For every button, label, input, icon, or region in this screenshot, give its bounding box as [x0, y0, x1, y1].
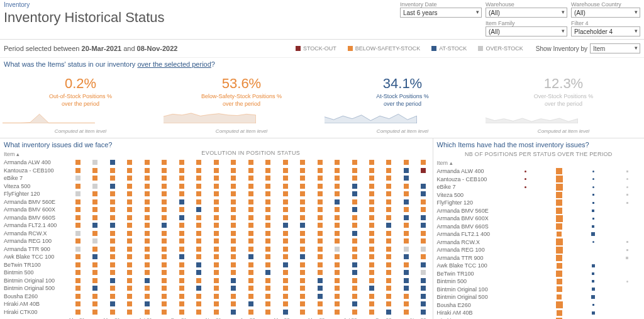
position-cell[interactable]	[576, 301, 610, 308]
evolution-cell[interactable]	[352, 254, 357, 259]
item-name[interactable]: Armanda ALW 400	[0, 159, 69, 165]
evolution-cell[interactable]	[335, 301, 340, 306]
evolution-cell[interactable]	[318, 247, 323, 252]
evolution-cell[interactable]	[404, 270, 409, 275]
evolution-cell[interactable]	[162, 168, 167, 173]
evolution-cell[interactable]	[404, 160, 409, 165]
evolution-cell[interactable]	[179, 310, 184, 315]
evolution-cell[interactable]	[231, 278, 236, 283]
position-cell[interactable]	[542, 247, 576, 254]
item-name[interactable]: Bintmin Original 100	[0, 277, 69, 284]
evolution-cell[interactable]	[179, 262, 184, 267]
evolution-cell[interactable]	[318, 176, 323, 181]
evolution-cell[interactable]	[145, 286, 150, 291]
evolution-cell[interactable]	[145, 262, 150, 267]
position-cell[interactable]	[576, 279, 610, 284]
evolution-cell[interactable]	[318, 238, 323, 243]
position-cell[interactable]	[576, 176, 610, 182]
evolution-cell[interactable]	[127, 270, 132, 275]
evolution-cell[interactable]	[265, 310, 270, 315]
evolution-cell[interactable]	[386, 168, 391, 173]
evolution-cell[interactable]	[265, 301, 270, 306]
evolution-cell[interactable]	[231, 231, 236, 236]
evolution-cell[interactable]	[196, 247, 201, 252]
evolution-cell[interactable]	[145, 207, 150, 212]
evolution-cell[interactable]	[231, 286, 236, 291]
position-cell[interactable]	[610, 215, 644, 222]
evolution-cell[interactable]	[127, 168, 132, 173]
evolution-cell[interactable]	[369, 191, 374, 196]
position-cell[interactable]	[542, 310, 576, 316]
evolution-cell[interactable]	[369, 215, 374, 220]
position-cell[interactable]	[509, 215, 543, 222]
evolution-cell[interactable]	[92, 238, 97, 243]
evolution-cell[interactable]	[352, 223, 357, 228]
evolution-cell[interactable]	[265, 262, 270, 267]
item-name[interactable]: Armanda BMV 600X	[433, 215, 509, 221]
evolution-cell[interactable]	[300, 254, 305, 259]
evolution-cell[interactable]	[110, 238, 115, 243]
evolution-cell[interactable]	[231, 168, 236, 173]
evolution-cell[interactable]	[145, 223, 150, 228]
evolution-cell[interactable]	[162, 176, 167, 181]
position-cell[interactable]	[542, 176, 576, 182]
evolution-cell[interactable]	[179, 223, 184, 228]
evolution-cell[interactable]	[127, 191, 132, 196]
evolution-cell[interactable]	[196, 294, 201, 299]
evolution-cell[interactable]	[145, 176, 150, 181]
evolution-cell[interactable]	[75, 191, 80, 196]
evolution-cell[interactable]	[352, 247, 357, 252]
evolution-cell[interactable]	[300, 191, 305, 196]
evolution-cell[interactable]	[265, 191, 270, 196]
item-name[interactable]: FlyFighter 120	[433, 199, 509, 206]
evolution-cell[interactable]	[179, 168, 184, 173]
position-cell[interactable]	[542, 255, 576, 261]
evolution-cell[interactable]	[214, 160, 219, 165]
evolution-cell[interactable]	[386, 278, 391, 283]
evolution-cell[interactable]	[283, 215, 288, 220]
position-cell[interactable]	[576, 271, 610, 277]
evolution-cell[interactable]	[421, 199, 426, 204]
evolution-cell[interactable]	[92, 176, 97, 181]
evolution-cell[interactable]	[92, 270, 97, 275]
position-cell[interactable]	[509, 279, 543, 284]
evolution-cell[interactable]	[265, 238, 270, 243]
evolution-cell[interactable]	[404, 168, 409, 173]
evolution-cell[interactable]	[214, 238, 219, 243]
evolution-cell[interactable]	[92, 184, 97, 189]
evolution-cell[interactable]	[196, 262, 201, 267]
evolution-cell[interactable]	[214, 278, 219, 283]
position-cell[interactable]	[576, 215, 610, 222]
evolution-cell[interactable]	[75, 168, 80, 173]
evolution-cell[interactable]	[404, 199, 409, 204]
evolution-cell[interactable]	[214, 310, 219, 315]
evolution-cell[interactable]	[214, 215, 219, 220]
evolution-cell[interactable]	[386, 160, 391, 165]
position-cell[interactable]	[542, 215, 576, 222]
evolution-cell[interactable]	[421, 168, 426, 173]
evolution-cell[interactable]	[421, 310, 426, 315]
evolution-cell[interactable]	[92, 223, 97, 228]
evolution-cell[interactable]	[265, 278, 270, 283]
evolution-cell[interactable]	[127, 247, 132, 252]
evolution-cell[interactable]	[145, 199, 150, 204]
evolution-cell[interactable]	[300, 199, 305, 204]
evolution-cell[interactable]	[214, 294, 219, 299]
position-cell[interactable]	[610, 271, 644, 277]
evolution-cell[interactable]	[127, 286, 132, 291]
position-cell[interactable]	[509, 168, 543, 174]
evolution-cell[interactable]	[196, 184, 201, 189]
item-name[interactable]: Armanda REG 100	[433, 247, 509, 253]
evolution-cell[interactable]	[335, 160, 340, 165]
position-cell[interactable]	[542, 232, 576, 237]
evolution-cell[interactable]	[352, 215, 357, 220]
evolution-cell[interactable]	[283, 199, 288, 204]
filter-warehouse-select[interactable]: (All)	[486, 8, 567, 18]
position-cell[interactable]	[542, 184, 576, 191]
evolution-cell[interactable]	[369, 262, 374, 267]
item-name[interactable]: Viteza 500	[433, 192, 509, 198]
evolution-cell[interactable]	[110, 294, 115, 299]
evolution-cell[interactable]	[145, 278, 150, 283]
evolution-cell[interactable]	[265, 254, 270, 259]
evolution-cell[interactable]	[404, 278, 409, 283]
